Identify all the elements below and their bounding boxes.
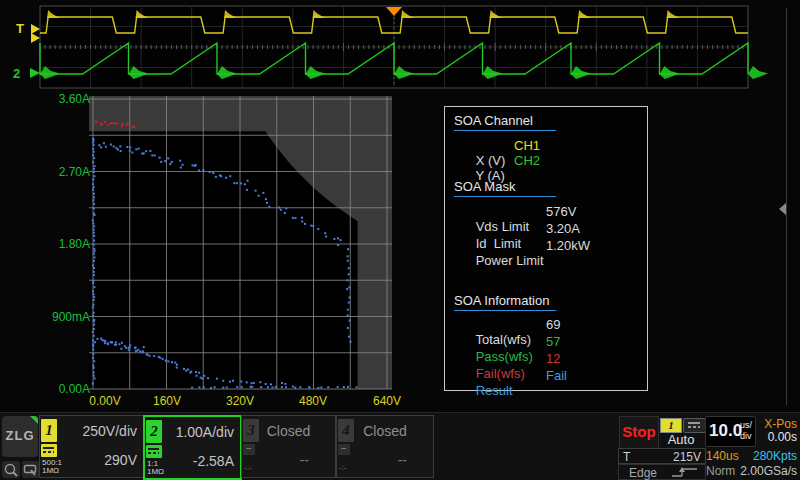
fail-data-point [101,124,103,126]
channel-2-offset: -2.58A [193,453,234,469]
pass-data-point [93,225,95,227]
trigger-level-value: 215V [673,450,701,464]
pass-wfs-value: 57 [546,334,560,349]
channel-1-block[interactable]: 1 500:11MΩ 250V/div 290V [39,415,144,478]
trigger-coupling-button[interactable] [683,418,706,433]
pass-data-point [192,164,194,166]
soa-information-title: SOA Information [454,293,549,308]
trigger-mode[interactable]: Auto [658,432,704,447]
pass-data-point [92,223,94,225]
pass-data-point [92,343,94,345]
pass-data-point [348,336,350,338]
pass-data-point [92,280,94,282]
pass-data-point [356,386,358,388]
run-stop-button[interactable]: Stop [619,416,659,449]
channel-3-block[interactable]: 3 − -:- Closed -- [241,415,336,478]
pass-data-point [92,349,94,351]
pass-data-point [93,244,95,246]
pass-data-point [216,378,218,380]
pass-data-point [93,312,95,314]
run-state-label: Stop [620,423,658,440]
trigger-level-row[interactable]: T 215V [618,448,706,464]
soa-xy-plot[interactable] [85,93,400,400]
pass-data-point [93,367,95,369]
pass-data-point [92,306,94,308]
pass-data-point [301,217,303,219]
pass-data-point [93,186,95,188]
pass-data-point [102,339,104,341]
pass-data-point [93,229,95,231]
pass-data-point [94,378,96,380]
time-window: 140us [706,449,739,463]
pass-data-point [92,293,94,295]
touch-gesture-button[interactable] [2,461,20,478]
pass-data-point [203,375,205,377]
pass-data-point [299,386,301,388]
channel-1-scale: 250V/div [83,423,137,439]
pass-data-point [324,232,326,234]
channel-4-offset: -- [398,452,407,468]
channel-1-offset: 290V [104,452,137,468]
trigger-arrow-marker[interactable] [31,33,40,43]
pass-data-point [135,350,137,352]
channel-4-block[interactable]: 4 − -:- Closed -- [336,415,434,478]
pass-data-point [251,386,253,388]
pass-data-point [93,253,95,255]
pass-data-point [146,353,148,355]
pass-data-point [171,361,173,363]
pass-data-point [312,225,314,227]
side-panel-expand-handle[interactable] [779,203,786,215]
pass-data-point [280,209,282,211]
trigger-level-marker[interactable]: T [16,21,24,36]
pass-data-point [134,347,136,349]
pass-data-point [121,342,123,344]
channel-2-block[interactable]: 2 1:11MΩ 1.00A/div -2.58A [143,415,242,480]
pass-data-point [246,381,248,383]
pass-data-point [92,365,94,367]
pass-data-point [165,360,167,362]
pass-data-point [189,372,191,374]
pass-data-point [253,382,255,384]
pass-data-point [93,274,95,276]
channel-1-probe-label: 500:11MΩ [42,459,62,475]
pass-data-point [337,244,339,246]
timebase-scale: 10.0 [709,421,742,441]
fail-data-point [95,121,97,123]
soa-panel: SOA Channel X (V) CH1 Y (A) CH2 SOA Mask… [444,106,648,391]
pass-data-point [93,372,95,374]
pass-data-point [120,150,122,152]
pass-data-point [171,161,173,163]
pass-data-point [94,341,96,343]
touch-rect-icon [25,466,36,473]
pass-data-point [93,260,95,262]
trigger-source-badge[interactable]: 1 [660,418,682,433]
fail-data-point [112,122,114,124]
soa-mask-title: SOA Mask [454,179,515,194]
x-axis-label: 160V [139,394,195,408]
pass-data-point [233,182,235,184]
ch2-position-marker[interactable] [30,68,40,78]
pass-data-point [214,386,216,388]
pass-data-point [129,150,131,152]
pass-data-point [141,352,143,354]
pass-data-point [325,236,327,238]
waveform-display[interactable] [0,0,800,100]
pass-data-point [347,260,349,262]
pass-data-point [100,146,102,148]
pass-data-point [93,139,95,141]
pass-data-point [143,346,145,348]
pass-data-point [111,341,113,343]
pass-data-point [125,347,127,349]
soa-x-channel-value: CH1 [514,138,540,153]
trigger-type-row[interactable]: Edge [618,464,706,480]
pass-data-point [240,381,242,383]
drag-gesture-button[interactable] [22,461,40,478]
xpos-value: 0.00s [756,430,797,444]
timebase-button[interactable]: 10.0 us/div [705,416,756,447]
pass-data-point [94,257,96,259]
brand-logo[interactable]: ZLG [2,416,38,457]
pass-data-point [139,351,141,353]
channel-3-scale: Closed [242,423,335,439]
pass-data-point [92,357,94,359]
pass-data-point [247,180,249,182]
